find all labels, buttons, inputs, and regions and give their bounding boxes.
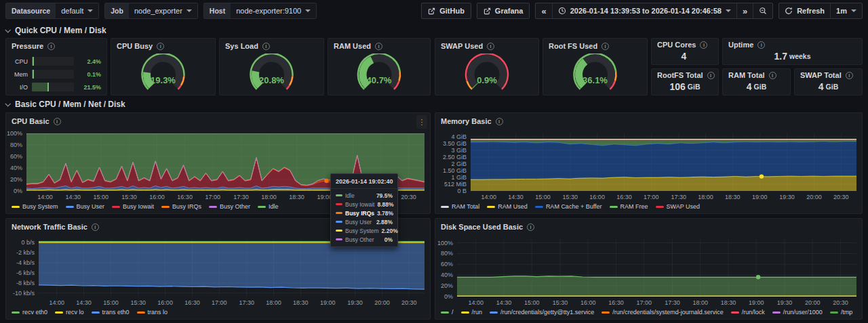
legend-label: Busy Iowait [123,203,154,210]
info-icon[interactable]: i [707,72,715,79]
x-axis-tick-label: 15:30 [125,299,152,306]
variable-datasource[interactable]: Datasource default [5,3,99,19]
y-axis-tick-label: 3.50 GiB [435,140,467,147]
variable-value-dropdown[interactable]: node-exporter:9100 [231,3,316,18]
y-axis-tick-label: 2.50 GiB [435,154,467,160]
info-icon[interactable]: i [487,43,494,50]
time-range-picker[interactable]: 2026-01-14 13:39:53 to 2026-01-14 20:46:… [552,3,736,18]
info-icon[interactable]: i [157,43,164,50]
legend-item[interactable]: Busy IRQs [161,203,201,210]
dashboard-topbar: Datasource default Job node_exporter Hos… [0,0,868,22]
chart-plot[interactable] [471,133,856,191]
time-shift-back-button[interactable]: « [536,3,551,18]
section-quick-cpu-mem-disk[interactable]: Quick CPU / Mem / Disk [5,26,106,35]
x-axis-tick-label: 15:00 [518,299,545,306]
legend-item[interactable]: Busy System [12,203,58,210]
tooltip-series-swatch [336,212,342,214]
section-basic-cpu-mem-net-disk[interactable]: Basic CPU / Mem / Net / Disk [5,100,125,109]
tooltip-series-row: Busy Other0% [331,235,397,244]
x-axis-tick-label: 19:00 [743,299,770,306]
grafana-dashboard: Datasource default Job node_exporter Hos… [0,0,868,323]
variable-job[interactable]: Job node_exporter [104,3,198,19]
legend-item[interactable]: Busy Iowait [112,203,154,210]
tooltip-series-row: Busy Iowait8.88% [331,200,397,209]
pressure-row-label: CPU [9,58,28,65]
zoom-out-time-button[interactable] [753,3,772,18]
info-icon[interactable]: i [496,118,503,125]
github-link-button[interactable]: GitHub [421,3,471,19]
y-axis-tick-label: -10 kb/s [6,290,35,297]
panel-swap-total: SWAP Totali 4GiB [794,68,863,95]
chevrons-right-icon: » [743,7,747,16]
info-icon[interactable]: i [54,118,61,125]
pressure-bars: CPU2.4%Mem0.1%I/O21.5% [6,53,106,93]
chart-plot[interactable] [39,239,425,297]
refresh-interval-dropdown[interactable]: 1m [830,3,862,18]
info-icon[interactable]: i [700,41,707,49]
refresh-button[interactable]: Refresh [779,3,830,18]
legend-item[interactable]: Idle [258,203,279,210]
legend-item[interactable]: / [441,309,454,316]
legend-item[interactable]: RAM Free [610,203,648,210]
panel-title: CPU Cores [657,41,696,49]
variable-label: Job [105,3,129,18]
y-axis-tick-label: 2 GiB [435,160,467,167]
legend-item[interactable]: /run [461,309,483,316]
tooltip-series-label: Idle [345,192,374,199]
tooltip-series-row: Busy System2.20% [331,226,397,235]
legend-item[interactable]: Busy Other [209,203,250,210]
svg-text:40.7%: 40.7% [367,75,392,85]
grafana-link-button[interactable]: Grafana [477,3,530,19]
variable-value-dropdown[interactable]: node_exporter [129,3,197,18]
info-icon[interactable]: i [92,223,99,231]
svg-text:20.8%: 20.8% [259,75,284,85]
variable-value-dropdown[interactable]: default [56,3,98,18]
legend-item[interactable]: /run/user/1000 [772,309,823,316]
legend-swatch [209,206,217,208]
info-icon[interactable]: i [757,41,765,49]
legend-item[interactable]: /run/lock [731,309,765,316]
info-icon[interactable]: i [47,43,55,50]
legend-item[interactable]: recv lo [55,309,84,316]
stat-unit: weeks [789,52,811,60]
info-icon[interactable]: i [769,72,776,79]
info-icon[interactable]: i [375,43,382,50]
legend-item[interactable]: Busy User [66,203,105,210]
time-shift-forward-button[interactable]: » [736,3,753,18]
variable-host[interactable]: Host node-exporter:9100 [203,3,317,19]
chart-plot[interactable] [457,239,856,297]
legend-item[interactable]: /run/credentials/systemd-journald.servic… [601,309,724,316]
legend-item[interactable]: /tmp [830,309,853,316]
info-icon[interactable]: i [262,43,270,50]
tooltip-series-value: 2.88% [376,219,393,225]
x-axis-tick-label: 17:00 [631,299,658,306]
pressure-row: Mem0.1% [9,68,101,81]
legend-item[interactable]: SWAP Used [656,203,701,210]
stat-unit: GiB [754,83,767,91]
pressure-row-value: 21.5% [78,84,101,91]
svg-text:19.3%: 19.3% [151,75,176,85]
panel-menu-icon[interactable]: ⋮ [416,115,427,129]
x-axis-tick-label: 20:00 [800,194,827,200]
legend-item[interactable]: RAM Total [441,203,479,210]
legend-swatch [66,206,74,208]
chart-legend: RAM TotalRAM UsedRAM Cache + BufferRAM F… [441,203,859,210]
legend-item[interactable]: /run/credentials/getty@tty1.service [490,309,594,316]
tooltip-series-swatch [336,194,342,196]
panel-memory-basic: Memory Basici 0 B512 MiB1 GiB1.50 GiB2 G… [435,112,863,214]
legend-item[interactable]: recv eth0 [12,309,47,316]
panel-rootfs-total: RootFS Totali 106GiB [651,68,719,95]
x-axis-tick-label: 16:00 [152,299,179,306]
chevron-down-icon [305,9,311,12]
info-icon[interactable]: i [846,72,853,79]
x-axis-tick-label: 19:30 [774,194,801,200]
info-icon[interactable]: i [527,223,534,231]
x-axis-tick-label: 17:30 [233,299,260,306]
legend-item[interactable]: trans eth0 [92,309,130,316]
pressure-row-value: 0.1% [78,71,101,78]
legend-item[interactable]: RAM Used [487,203,528,210]
gauge-graphic: 20.8% [220,53,323,95]
legend-item[interactable]: trans lo [137,309,168,316]
legend-item[interactable]: RAM Cache + Buffer [535,203,602,210]
info-icon[interactable]: i [601,43,609,50]
